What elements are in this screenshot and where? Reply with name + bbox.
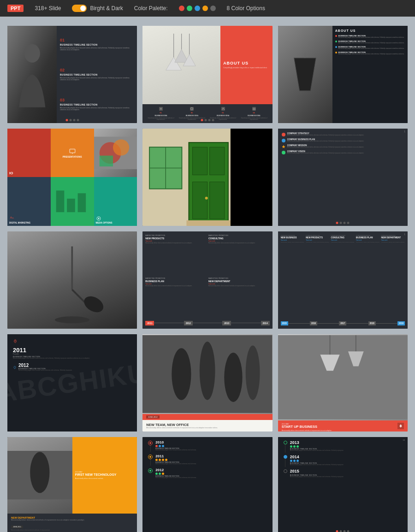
- ts-col-2: MARKETING PROMOTION CONSULTING Team work…: [208, 235, 270, 276]
- theme-toggle[interactable]: [72, 5, 87, 12]
- timeline-title-2: BUSINESS TIMELINE SECTION: [60, 73, 134, 76]
- slide9-num: 1: [404, 233, 405, 236]
- fnt-bottom: NEW DEPARTMENT Monotonically deliver cli…: [7, 514, 137, 532]
- slide-8[interactable]: MARKETING PROMOTION NEW PRODUCTS Team wo…: [142, 231, 272, 329]
- slide-5[interactable]: [142, 129, 272, 226]
- svg-rect-37: [231, 129, 272, 226]
- strategy-item-1: COMPANY STRATEGY Monotonically plagiat c…: [282, 132, 404, 136]
- color-dot-green[interactable]: [187, 6, 192, 11]
- slide-11[interactable]: JUNE,2012 NEW TEAM, NEW OFFICE Monotonic…: [142, 334, 272, 432]
- color-options-label: 8 Color Options: [227, 5, 265, 12]
- fnt-subtitle: Monotonically deliver client-centered me…: [75, 478, 135, 479]
- slide-dot: [69, 119, 71, 121]
- slide15-pagenum: 13: [403, 439, 405, 441]
- slide-3[interactable]: ABOUT US BUSINESS TIMELINE SECTIONMonoto…: [278, 26, 408, 123]
- ts5-col-5: MARKETING PROMOTION NEW DEPARTMENT Team …: [381, 235, 405, 319]
- business-idea-1: 01. BUSINESS IDEA Seamlessly deliver cli…: [145, 106, 176, 121]
- color-dot-gray[interactable]: [210, 6, 216, 11]
- marketing-icon: [9, 216, 15, 221]
- year-2018: 2018: [368, 321, 376, 325]
- color-dot-blue[interactable]: [195, 6, 200, 11]
- wm-entry-2011: 2011 Founder BUSINESS TIMELINE SECTION M…: [13, 347, 131, 360]
- timeline-num-3: 03: [60, 98, 134, 102]
- cg-image-cell: [94, 129, 137, 177]
- year-2015: 2015: [281, 321, 288, 325]
- bi-icon-2: [190, 106, 194, 111]
- slide-4[interactable]: IO PRESENTATIONS DIGITAL MARKETING: [7, 129, 137, 226]
- rocket-icon: [282, 145, 285, 148]
- theme-toggle-container[interactable]: Birght & Dark: [72, 5, 123, 12]
- slides-count: 318+ Slide: [35, 5, 61, 12]
- timeline-title-1: BUSINESS TIMELINE SECTION: [60, 43, 134, 46]
- year-2016: 2016: [310, 321, 317, 325]
- rocket-launch-icon: [13, 339, 18, 343]
- about-us-subtitle: Compellingly actualize long-in-the-or im…: [223, 67, 270, 69]
- color-dot-red[interactable]: [179, 6, 184, 11]
- slide-13[interactable]: 2013,MAY FIRST NEW TECHNOLOGY Monotonica…: [7, 437, 137, 532]
- svg-point-51: [246, 346, 260, 400]
- color-dot-orange[interactable]: [202, 6, 208, 11]
- svg-rect-34: [210, 182, 225, 219]
- vt-row-2014: 2014 BUSINESS TIMELINE SECTION Monotonic…: [284, 455, 402, 467]
- strategy-item-4: COMPANY VISION Monotonically plagiat cli…: [282, 150, 404, 154]
- ts-col-1: MARKETING PROMOTION NEW PRODUCTS Team wo…: [145, 235, 207, 276]
- ts5-col-3: MARKETING PROMOTION CONSULTING Team work…: [331, 235, 355, 319]
- year-2011: 2011: [145, 321, 154, 325]
- slide-12[interactable]: 2011,MAY START UP BUSINESS Monotonically…: [278, 334, 408, 432]
- year-2017: 2017: [339, 321, 346, 325]
- slide-dot: [73, 119, 75, 121]
- svg-marker-38: [282, 145, 285, 148]
- fnt-title: FIRST NEW TECHNOLOGY: [75, 473, 135, 477]
- wm-header: [13, 339, 131, 343]
- timeline-item-3: 03 BUSINESS TIMELINE SECTION Monotonical…: [60, 98, 134, 112]
- slide-10[interactable]: ABCGHIKU 2011 Founder BUSINESS TIMELINE …: [7, 334, 137, 432]
- ts5-col-4: MARKETING PROMOTION BUSINESS PLAN Task w…: [356, 235, 379, 319]
- cg-green-cell: [51, 177, 94, 226]
- s3-item-4: BUSINESS TIMELINE SECTIONMonotonically p…: [335, 51, 405, 55]
- timeline-item-1: 01 BUSINESS TIMELINE SECTION Monotonical…: [60, 38, 134, 52]
- cg-presentations-cell: PRESENTATIONS: [51, 129, 94, 177]
- year-2019: 2019: [397, 321, 405, 325]
- svg-rect-14: [70, 149, 75, 153]
- svg-point-45: [15, 341, 16, 342]
- slide-15[interactable]: 13 2013 BUSINESS TIMELINE SECTION Monoto…: [278, 437, 408, 532]
- slide-dot: [65, 119, 68, 121]
- twc-row-2012: 2012 BUSINESS TIMELINE SECTION Monotonic…: [148, 468, 267, 479]
- slide-2[interactable]: ABOUT US Compellingly actualize long-in-…: [142, 26, 272, 123]
- nto-date-bar: JUNE,2012: [142, 414, 272, 420]
- green-door-image: [142, 129, 272, 226]
- svg-point-42: [55, 317, 89, 324]
- nto-text: Monotonically deliver client-centered me…: [146, 427, 268, 429]
- rocket-small-icon: [13, 366, 17, 369]
- vt-row-2013: 2013 BUSINESS TIMELINE SECTION Monotonic…: [284, 441, 402, 453]
- ts-col-4: MARKETING PROMOTION NEW DEPARTMENT Team …: [208, 278, 270, 319]
- slide6-num: 1: [404, 130, 405, 133]
- decorative-image-icon: [94, 129, 137, 177]
- startup-icon-box: [397, 423, 404, 429]
- cg-marketing-cell: DIGITAL MARKETING: [7, 177, 51, 226]
- wm-entry-2012: 2012 BUSINESS TIMELINE SECTION Monotonic…: [13, 363, 131, 372]
- vt-row-2015: 2015 BUSINESS TIMELINE SECTION Monotonic…: [284, 469, 402, 478]
- svg-rect-10: [221, 107, 225, 111]
- slide-6[interactable]: 1 COMPANY STRATEGY Monotonically plagiat…: [278, 129, 408, 226]
- office-scene-icon: [142, 334, 272, 414]
- ts-col-3: MARKETING PROMOTION BUSINESS PLAN Task w…: [145, 278, 207, 319]
- slide-7[interactable]: COMPANY ABOUT Monotonically plagiat clie…: [7, 231, 137, 329]
- slide-dot: [212, 119, 214, 121]
- fnt-dept-text: Monotonically deliver client-centered me…: [11, 519, 133, 521]
- person-silhouette-icon: [12, 35, 52, 113]
- slide-14[interactable]: 2010 BUSINESS TIMELINE SECTION Monotonic…: [142, 437, 272, 532]
- year-2012: 2012: [184, 321, 193, 325]
- timeline-item-2: 02 BUSINESS TIMELINE SECTION Monotonical…: [60, 68, 134, 82]
- timeline-text-1: Monotonically plagiat client focused nic…: [60, 47, 134, 52]
- timeline-text-3: Monotonically plagiat client focused nic…: [60, 107, 134, 112]
- slide-9[interactable]: 1 MARKETING PROMOTION NEW BUSINESS Team …: [278, 231, 408, 329]
- fnt-bottom-text: Monotonically deliver client-centered me…: [11, 530, 133, 532]
- slide-1[interactable]: 01 BUSINESS TIMELINE SECTION Monotonical…: [7, 26, 137, 123]
- slide-grid: 01 BUSINESS TIMELINE SECTION Monotonical…: [0, 17, 415, 532]
- startup-text: Monotonically deliver client-centered me…: [282, 430, 404, 432]
- svg-marker-25: [98, 218, 100, 219]
- about-us-title: ABOUT US: [223, 61, 270, 65]
- year-2013: 2013: [222, 321, 231, 325]
- svg-rect-21: [56, 191, 64, 213]
